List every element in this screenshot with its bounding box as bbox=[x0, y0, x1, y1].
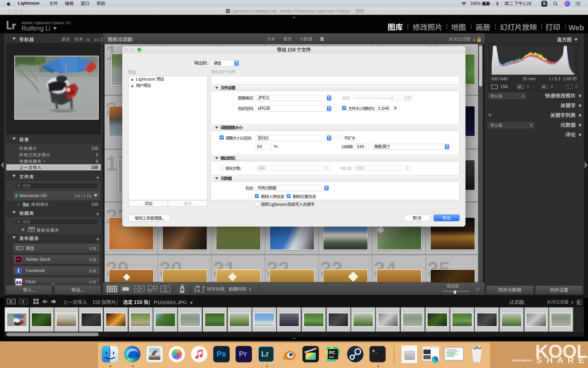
svg-text:!: ! bbox=[568, 85, 569, 89]
